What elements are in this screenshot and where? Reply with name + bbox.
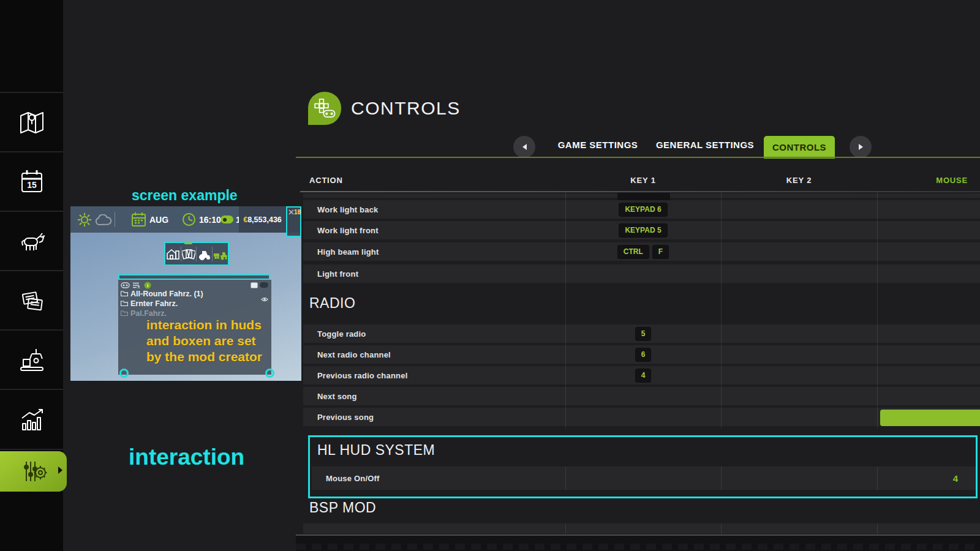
key2-binding[interactable] bbox=[721, 200, 877, 219]
toolbar-indicator bbox=[184, 242, 192, 244]
section-title-radio: RADIO bbox=[309, 295, 355, 312]
gamepad-icon bbox=[312, 96, 337, 121]
key2-binding[interactable] bbox=[721, 345, 877, 364]
key1-binding[interactable]: 4 bbox=[565, 366, 721, 384]
money-display: €8,553,436 bbox=[239, 206, 286, 233]
sidebar-item-settings-active[interactable] bbox=[0, 451, 67, 492]
mouse-binding[interactable]: 4 bbox=[877, 467, 978, 490]
key2-binding[interactable] bbox=[721, 387, 877, 405]
keybind-chip[interactable]: 5 bbox=[636, 328, 651, 340]
mouse-binding[interactable] bbox=[877, 387, 980, 405]
topbar-highlight-box: 18 bbox=[286, 206, 301, 237]
key1-binding[interactable]: 6 bbox=[565, 345, 721, 364]
mouse-binding[interactable] bbox=[877, 221, 980, 239]
list-item-label: Pal.Fahrz. bbox=[130, 309, 167, 318]
sidebar-item-animals[interactable] bbox=[0, 212, 63, 270]
table-row[interactable]: Work light front KEYPAD 5 bbox=[303, 221, 980, 239]
gamepad-dark-icon bbox=[260, 282, 268, 288]
keybind-chip[interactable]: F bbox=[653, 246, 668, 258]
keybind-chip[interactable]: 4 bbox=[636, 369, 651, 382]
table-row[interactable]: Toggle radio 5 bbox=[303, 324, 980, 343]
mouse-binding[interactable] bbox=[877, 200, 980, 219]
mouse-binding[interactable] bbox=[877, 264, 980, 283]
keybind-chip[interactable]: KEYPAD 5 bbox=[619, 224, 666, 237]
column-header-action: ACTION bbox=[309, 176, 343, 186]
column-divider bbox=[565, 523, 566, 534]
tabs-prev-button[interactable] bbox=[513, 136, 535, 158]
mouse-binding[interactable] bbox=[877, 345, 980, 364]
table-row[interactable]: Work light back KEYPAD 6 bbox=[303, 200, 980, 219]
tab-game-settings[interactable]: GAME SETTINGS bbox=[549, 140, 647, 152]
tab-general-settings[interactable]: GENERAL SETTINGS bbox=[650, 140, 760, 152]
keybind-chip[interactable]: KEYPAD 6 bbox=[619, 203, 666, 216]
toolbar-slot bbox=[213, 243, 228, 264]
tab-underline bbox=[296, 157, 980, 158]
cow-icon bbox=[17, 227, 47, 256]
toolbar-slot bbox=[197, 243, 212, 264]
divider bbox=[0, 449, 63, 450]
clipped-row bbox=[303, 523, 980, 534]
keybind-chip[interactable]: 6 bbox=[636, 348, 651, 361]
mouse-binding[interactable] bbox=[877, 366, 980, 384]
hud-note-line: by the mod creator bbox=[146, 350, 262, 364]
mouse-binding-selected[interactable] bbox=[880, 410, 980, 426]
table-row[interactable]: Light front bbox=[303, 264, 980, 283]
keybind-chip[interactable]: CTRL bbox=[618, 246, 649, 258]
sidebar-item-production[interactable] bbox=[0, 331, 63, 389]
production-icon bbox=[17, 345, 47, 375]
key1-binding[interactable]: CTRL F bbox=[565, 242, 721, 261]
action-label: High beam light bbox=[317, 242, 379, 261]
key1-binding[interactable] bbox=[565, 408, 721, 426]
action-label: Toggle radio bbox=[317, 324, 366, 343]
sidebar: 15 bbox=[0, 0, 63, 551]
table-row[interactable]: Next song bbox=[303, 387, 980, 405]
key1-binding[interactable]: KEYPAD 6 bbox=[565, 200, 721, 219]
mouse-binding[interactable] bbox=[877, 242, 980, 261]
section-title-bsp-mod: BSP MOD bbox=[309, 500, 376, 516]
key2-binding[interactable] bbox=[721, 324, 877, 343]
tractor-trailer-icon bbox=[213, 248, 228, 260]
key2-binding[interactable] bbox=[721, 366, 877, 384]
sidebar-item-calendar[interactable]: 15 bbox=[0, 152, 63, 211]
sidebar-item-map[interactable] bbox=[0, 93, 63, 151]
mouse-binding[interactable] bbox=[877, 324, 980, 343]
action-label: Previous song bbox=[317, 408, 374, 426]
badge-18: 18 bbox=[294, 209, 301, 216]
resize-handle bbox=[119, 369, 129, 378]
cloud-icon bbox=[95, 214, 112, 226]
sidebar-item-statistics[interactable] bbox=[0, 390, 63, 448]
column-divider bbox=[877, 192, 878, 429]
key1-binding[interactable]: 5 bbox=[565, 324, 721, 343]
table-row[interactable]: Previous radio channel 4 bbox=[303, 366, 980, 384]
action-label: Next radio channel bbox=[317, 345, 391, 364]
hud-note-line: interaction in huds bbox=[146, 318, 262, 332]
action-label: Previous radio channel bbox=[317, 366, 407, 384]
key1-binding[interactable] bbox=[565, 264, 721, 283]
tabs-next-button[interactable] bbox=[850, 136, 872, 158]
hud-panel: i All-Round Fahrz. (1) Ernter Fahrz. bbox=[118, 280, 271, 375]
table-row[interactable]: Previous song bbox=[303, 408, 980, 426]
cards-icon bbox=[182, 248, 195, 260]
key2-binding[interactable] bbox=[721, 242, 877, 261]
key2-binding[interactable] bbox=[721, 264, 877, 283]
list-item-label: Ernter Fahrz. bbox=[130, 299, 178, 308]
table-row[interactable]: Mouse On/Off 4 bbox=[312, 467, 978, 490]
column-divider bbox=[721, 192, 722, 429]
key1-binding[interactable]: KEYPAD 5 bbox=[565, 221, 721, 239]
column-divider bbox=[565, 192, 566, 429]
tab-controls-active[interactable]: CONTROLS bbox=[764, 136, 835, 159]
annotation-screen-example: screen example bbox=[132, 187, 238, 204]
key2-binding[interactable] bbox=[721, 408, 877, 426]
annotation-interaction: interaction bbox=[129, 444, 244, 470]
column-header-mouse: MOUSE bbox=[877, 176, 968, 186]
key1-binding[interactable] bbox=[565, 387, 721, 405]
key2-binding[interactable] bbox=[721, 221, 877, 239]
game-topbar: AUG 16:10 1 €8,553,436 bbox=[70, 206, 301, 233]
key-icon bbox=[251, 282, 258, 288]
sidebar-item-contracts[interactable] bbox=[0, 271, 63, 329]
list-item: All-Round Fahrz. (1) bbox=[121, 289, 203, 298]
documents-icon bbox=[17, 286, 47, 315]
table-row[interactable]: High beam light CTRL F bbox=[303, 242, 980, 261]
table-row[interactable]: Next radio channel 6 bbox=[303, 345, 980, 364]
svg-text:i: i bbox=[147, 283, 148, 288]
